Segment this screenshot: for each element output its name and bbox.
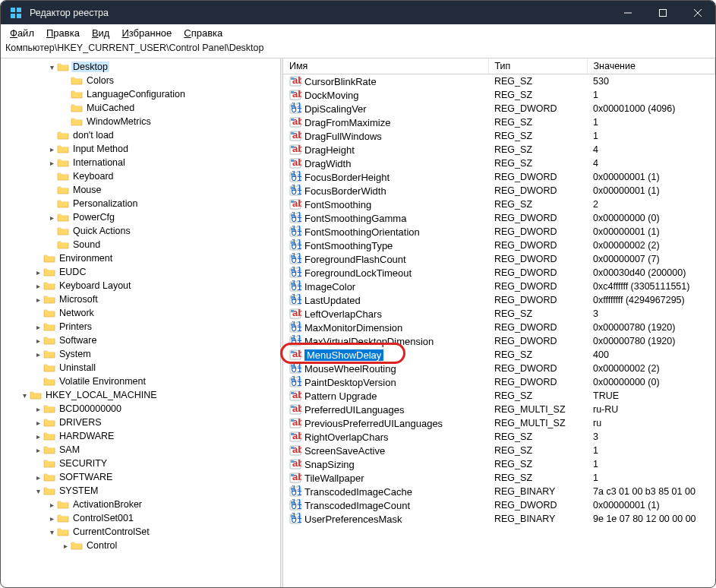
chevron-right-icon[interactable]: ▸ (33, 335, 43, 346)
value-row[interactable]: FontSmoothingOrientationREG_DWORD0x00000… (283, 225, 715, 239)
tree-item[interactable]: ▾CurrentControlSet (1, 525, 280, 539)
tree-item[interactable]: ▸Input Method (1, 142, 280, 156)
value-row[interactable]: ScreenSaveActiveREG_SZ1 (283, 444, 715, 457)
value-row[interactable]: TranscodedImageCountREG_DWORD0x00000001 … (283, 498, 715, 512)
chevron-right-icon[interactable]: ▸ (46, 499, 57, 510)
chevron-down-icon[interactable]: ▾ (46, 62, 57, 72)
value-row[interactable]: SnapSizingREG_SZ1 (283, 457, 715, 471)
value-row[interactable]: MouseWheelRoutingREG_DWORD0x00000002 (2) (283, 362, 715, 375)
tree-item[interactable]: ▸Control (1, 539, 280, 552)
tree-item[interactable]: ▸Volatile Environment (1, 375, 280, 388)
tree-item[interactable]: ▸Software (1, 334, 280, 347)
value-row[interactable]: LeftOverlapCharsREG_SZ3 (283, 307, 715, 321)
chevron-right-icon[interactable]: ▸ (33, 349, 43, 359)
tree-item[interactable]: ▸SOFTWARE (1, 470, 280, 484)
column-type[interactable]: Тип (488, 58, 587, 74)
column-data[interactable]: Значение (587, 58, 715, 74)
tree-item[interactable]: ▸Printers (1, 320, 280, 334)
value-row[interactable]: ForegroundFlashCountREG_DWORD0x00000007 … (283, 252, 715, 266)
tree-item[interactable]: ▸International (1, 156, 280, 169)
chevron-right-icon[interactable]: ▸ (33, 472, 43, 482)
chevron-down-icon[interactable]: ▾ (46, 526, 57, 537)
tree-item[interactable]: ▸Environment (1, 251, 280, 265)
value-row[interactable]: MaxVirtualDesktopDimensionREG_DWORD0x000… (283, 334, 715, 348)
chevron-right-icon[interactable]: ▸ (33, 321, 43, 332)
value-row[interactable]: TileWallpaperREG_SZ1 (283, 471, 715, 485)
tree-item[interactable]: ▸Keyboard (1, 169, 280, 183)
tree-item[interactable]: ▸Personalization (1, 197, 280, 210)
tree-item[interactable]: ▸Keyboard Layout (1, 279, 280, 292)
value-row[interactable]: DockMovingREG_SZ1 (283, 88, 715, 102)
value-row[interactable]: PreferredUILanguagesREG_MULTI_SZru-RU (283, 403, 715, 416)
chevron-down-icon[interactable]: ▾ (33, 485, 43, 496)
tree-item[interactable]: ▸MuiCached (1, 101, 280, 115)
tree-item[interactable]: ▸ControlSet001 (1, 511, 280, 525)
tree-item[interactable]: ▸HARDWARE (1, 429, 280, 443)
tree-item[interactable]: ▸ActivationBroker (1, 498, 280, 511)
value-row[interactable]: FocusBorderWidthREG_DWORD0x00000001 (1) (283, 184, 715, 198)
value-row[interactable]: DragFullWindowsREG_SZ1 (283, 129, 715, 143)
minimize-button[interactable] (610, 1, 645, 24)
value-row[interactable]: PreviousPreferredUILanguagesREG_MULTI_SZ… (283, 416, 715, 430)
value-row[interactable]: ForegroundLockTimeoutREG_DWORD0x00030d40… (283, 266, 715, 280)
chevron-right-icon[interactable]: ▸ (46, 157, 57, 168)
chevron-right-icon[interactable]: ▸ (46, 144, 57, 154)
chevron-right-icon[interactable]: ▸ (33, 267, 43, 277)
address-bar[interactable]: Компьютер\HKEY_CURRENT_USER\Control Pane… (1, 41, 715, 58)
tree-item[interactable]: ▾HKEY_LOCAL_MACHINE (1, 388, 280, 402)
value-row[interactable]: MenuShowDelayREG_SZ400 (283, 348, 715, 362)
close-button[interactable] (680, 1, 715, 24)
value-row[interactable]: FontSmoothingGammaREG_DWORD0x00000000 (0… (283, 211, 715, 225)
value-row[interactable]: LastUpdatedREG_DWORD0xffffffff (42949672… (283, 293, 715, 307)
value-row[interactable]: ImageColorREG_DWORD0xc4ffffff (330511155… (283, 280, 715, 293)
chevron-right-icon[interactable]: ▸ (33, 417, 43, 428)
menu-help[interactable]: Справка (178, 26, 229, 40)
value-row[interactable]: FontSmoothingREG_SZ2 (283, 198, 715, 211)
tree-item[interactable]: ▸don't load (1, 128, 280, 142)
tree-item[interactable]: ▸Colors (1, 74, 280, 87)
chevron-right-icon[interactable]: ▸ (60, 540, 71, 551)
chevron-right-icon[interactable]: ▸ (46, 513, 57, 523)
chevron-right-icon[interactable]: ▸ (33, 403, 43, 414)
tree-item[interactable]: ▸Microsoft (1, 292, 280, 306)
menu-file[interactable]: Файл (4, 26, 40, 40)
column-name[interactable]: Имя (283, 58, 488, 74)
chevron-right-icon[interactable]: ▸ (46, 212, 57, 223)
tree-item[interactable]: ▸Mouse (1, 183, 280, 197)
value-row[interactable]: Pattern UpgradeREG_SZTRUE (283, 389, 715, 403)
chevron-right-icon[interactable]: ▸ (33, 431, 43, 441)
values-pane[interactable]: Имя Тип Значение CursorBlinkRateREG_SZ53… (283, 58, 715, 588)
menu-favorites[interactable]: Избранное (115, 26, 178, 40)
value-row[interactable]: MaxMonitorDimensionREG_DWORD0x00000780 (… (283, 321, 715, 334)
tree-item[interactable]: ▸PowerCfg (1, 210, 280, 224)
value-row[interactable]: DragWidthREG_SZ4 (283, 156, 715, 170)
tree-item[interactable]: ▸Quick Actions (1, 224, 280, 238)
tree-item[interactable]: ▸BCD00000000 (1, 402, 280, 416)
tree-item[interactable]: ▸Uninstall (1, 361, 280, 375)
tree-item[interactable]: ▾Desktop (1, 60, 280, 74)
value-row[interactable]: TranscodedImageCacheREG_BINARY7a c3 01 0… (283, 485, 715, 498)
chevron-right-icon[interactable]: ▸ (33, 444, 43, 455)
tree-item[interactable]: ▾SYSTEM (1, 484, 280, 498)
value-row[interactable]: UserPreferencesMaskREG_BINARY9e 1e 07 80… (283, 512, 715, 526)
tree-pane[interactable]: ▾Desktop▸Colors▸LanguageConfiguration▸Mu… (1, 58, 280, 588)
menu-view[interactable]: Вид (86, 26, 116, 40)
maximize-button[interactable] (645, 1, 680, 24)
tree-item[interactable]: ▸Sound (1, 238, 280, 251)
value-row[interactable]: FontSmoothingTypeREG_DWORD0x00000002 (2) (283, 239, 715, 252)
tree-item[interactable]: ▸System (1, 347, 280, 361)
value-row[interactable]: CursorBlinkRateREG_SZ530 (283, 74, 715, 89)
value-row[interactable]: PaintDesktopVersionREG_DWORD0x00000000 (… (283, 375, 715, 389)
value-row[interactable]: FocusBorderHeightREG_DWORD0x00000001 (1) (283, 170, 715, 184)
titlebar[interactable]: Редактор реестра (1, 1, 715, 24)
value-row[interactable]: DragHeightREG_SZ4 (283, 143, 715, 156)
chevron-right-icon[interactable]: ▸ (33, 294, 43, 305)
tree-item[interactable]: ▸WindowMetrics (1, 115, 280, 128)
tree-item[interactable]: ▸LanguageConfiguration (1, 87, 280, 101)
tree-item[interactable]: ▸SECURITY (1, 457, 280, 470)
chevron-down-icon[interactable]: ▾ (19, 390, 30, 400)
value-row[interactable]: RightOverlapCharsREG_SZ3 (283, 430, 715, 444)
value-row[interactable]: DragFromMaximizeREG_SZ1 (283, 115, 715, 129)
tree-item[interactable]: ▸EUDC (1, 265, 280, 279)
menu-edit[interactable]: Правка (40, 26, 86, 40)
